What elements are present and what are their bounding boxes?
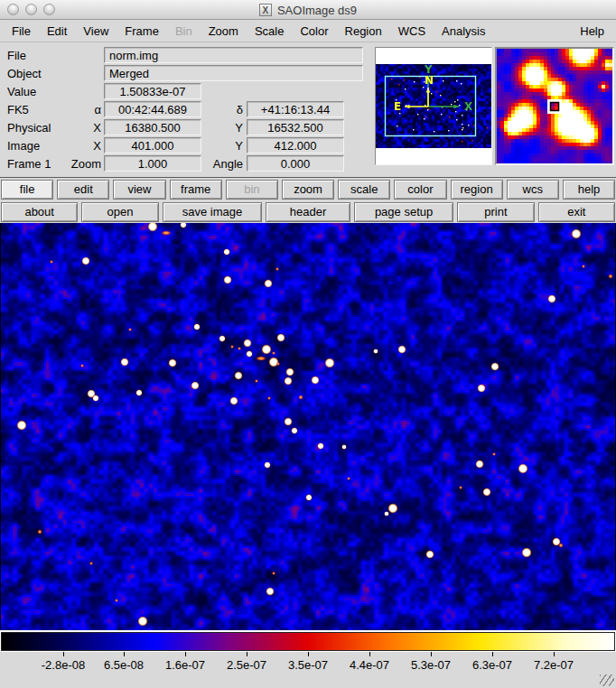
button-header[interactable]: header [266, 202, 350, 222]
image-label: Image [0, 139, 56, 153]
colorbar-tick [124, 652, 125, 656]
colorbar-tick-label: 5.3e-07 [397, 658, 464, 672]
menu-region[interactable]: Region [337, 24, 390, 38]
colorbar-tick-label: 6.5e-08 [90, 658, 157, 672]
button-bin: bin [226, 180, 278, 200]
image-x-field[interactable]: 401.000 [104, 137, 201, 153]
coordinate-readout: File norm.img Object Merged Value 1.5083… [0, 46, 372, 172]
panner-canvas[interactable] [376, 64, 491, 148]
colorbar-scale: -2.8e-086.5e-081.6e-072.5e-073.5e-074.4e… [0, 652, 616, 688]
colorbar-gradient[interactable] [1, 632, 615, 651]
menu-file[interactable]: File [4, 24, 39, 38]
window-title: SAOImage ds9 [277, 4, 357, 17]
ds9-window: X SAOImage ds9 File Edit View Frame Bin … [0, 0, 616, 688]
button-edit[interactable]: edit [57, 180, 109, 200]
colorbar-tick-label: 2.5e-07 [213, 658, 280, 672]
button-scale[interactable]: scale [338, 180, 390, 200]
colorbar-tick [308, 652, 309, 656]
colorbar-tick [554, 652, 555, 656]
button-save-image[interactable]: save image [163, 202, 262, 222]
frame-label: Frame 1 [0, 157, 56, 171]
window-title-area: X SAOImage ds9 [0, 0, 616, 20]
physical-y-field[interactable]: 16532.500 [247, 119, 344, 135]
button-about[interactable]: about [1, 202, 78, 222]
colorbar-tick [431, 652, 432, 656]
colorbar-tick [63, 652, 64, 656]
main-image-display[interactable] [0, 223, 616, 630]
image-y-field[interactable]: 412.000 [247, 137, 344, 153]
physical-label: Physical [0, 121, 56, 135]
button-open[interactable]: open [81, 202, 158, 222]
physical-x-label: X [56, 121, 101, 135]
file-value-field[interactable]: norm.img [104, 47, 363, 63]
colorbar-tick [492, 652, 493, 656]
button-color[interactable]: color [394, 180, 446, 200]
sky-image-canvas[interactable] [1, 223, 615, 630]
button-region[interactable]: region [451, 180, 503, 200]
fk5-row: FK5 α 00:42:44.689 δ +41:16:13.44 [0, 100, 372, 118]
angle-field[interactable]: 0.000 [247, 155, 344, 172]
button-exit[interactable]: exit [538, 202, 615, 222]
image-x-label: X [56, 139, 101, 153]
fk5-label: FK5 [0, 103, 56, 116]
value-label: Value [0, 85, 56, 98]
magnifier[interactable] [495, 47, 614, 165]
info-panel: File norm.img Object Merged Value 1.5083… [0, 42, 616, 177]
delta-label: δ [201, 103, 243, 116]
alpha-label: α [56, 103, 101, 116]
dec-field[interactable]: +41:16:13.44 [247, 101, 344, 117]
colorbar-tick-label: 7.2e-07 [520, 658, 587, 672]
file-row: File norm.img [0, 46, 372, 64]
zoom-field[interactable]: 1.000 [104, 155, 201, 172]
menu-frame[interactable]: Frame [117, 24, 167, 38]
button-view[interactable]: view [113, 180, 165, 200]
physical-x-field[interactable]: 16380.500 [104, 119, 201, 135]
zoom-label: Zoom [56, 157, 101, 171]
file-button-row: about open save image header page setup … [1, 202, 615, 222]
object-value-field[interactable]: Merged [104, 65, 363, 81]
menu-analysis[interactable]: Analysis [434, 24, 493, 38]
button-help[interactable]: help [563, 180, 615, 200]
menu-bar: File Edit View Frame Bin Zoom Scale Colo… [0, 20, 616, 42]
button-wcs[interactable]: wcs [507, 180, 559, 200]
menu-view[interactable]: View [75, 24, 117, 38]
menu-color[interactable]: Color [292, 24, 336, 38]
button-file[interactable]: file [1, 180, 53, 200]
colorbar[interactable] [0, 632, 616, 652]
object-label: Object [0, 67, 56, 80]
button-page-setup[interactable]: page setup [354, 202, 453, 222]
image-row: Image X 401.000 Y 412.000 [0, 136, 372, 154]
colorbar-tick-label: 6.3e-07 [459, 658, 526, 672]
value-row: Value 1.50833e-07 [0, 82, 372, 100]
colorbar-tick-label: -2.8e-08 [30, 658, 97, 672]
ra-field[interactable]: 00:42:44.689 [104, 101, 201, 117]
title-bar: X SAOImage ds9 [0, 0, 616, 20]
menu-zoom[interactable]: Zoom [201, 24, 247, 38]
panner[interactable] [375, 47, 492, 165]
physical-row: Physical X 16380.500 Y 16532.500 [0, 118, 372, 136]
file-label: File [0, 49, 56, 62]
button-frame[interactable]: frame [170, 180, 222, 200]
colorbar-tick-label: 1.6e-07 [152, 658, 219, 672]
image-y-label: Y [201, 139, 243, 153]
menu-bin: Bin [167, 24, 201, 38]
menu-wcs[interactable]: WCS [390, 24, 434, 38]
frame-row: Frame 1 Zoom 1.000 Angle 0.000 [0, 154, 372, 172]
menu-edit[interactable]: Edit [39, 24, 75, 38]
menu-help[interactable]: Help [572, 24, 612, 38]
resize-grip[interactable] [600, 674, 614, 686]
physical-y-label: Y [201, 121, 243, 135]
x11-app-icon: X [259, 4, 272, 16]
menu-scale[interactable]: Scale [247, 24, 293, 38]
colorbar-tick-label: 3.5e-07 [275, 658, 341, 672]
angle-label: Angle [201, 157, 243, 171]
menu-button-row: file edit view frame bin zoom scale colo… [1, 180, 615, 200]
button-panel: file edit view frame bin zoom scale colo… [0, 177, 616, 223]
object-row: Object Merged [0, 64, 372, 82]
pixel-value-field[interactable]: 1.50833e-07 [104, 83, 201, 99]
colorbar-tick [247, 652, 247, 656]
colorbar-tick [185, 652, 186, 656]
button-print[interactable]: print [457, 202, 534, 222]
colorbar-tick [369, 652, 370, 656]
button-zoom[interactable]: zoom [282, 180, 334, 200]
